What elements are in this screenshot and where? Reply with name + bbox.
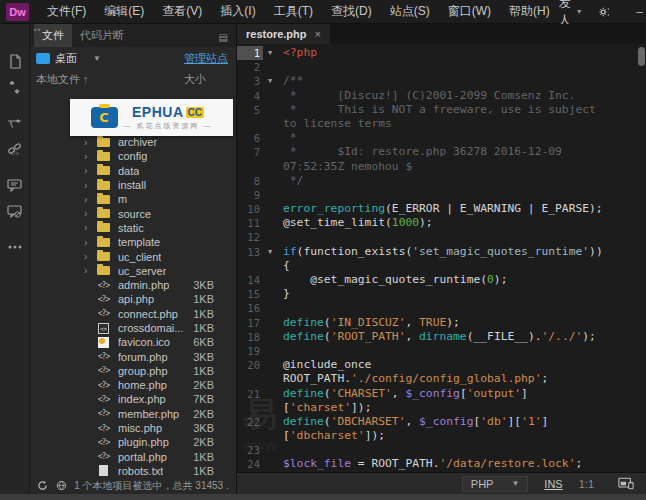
code-row[interactable]: 24$lock_file = ROOT_PATH.'/data/restore.… xyxy=(237,457,646,471)
insert-mode-toggle[interactable]: INS xyxy=(544,478,562,490)
code-row[interactable]: 20@include_once xyxy=(237,358,646,372)
panel-grip-icon[interactable]: ▪▪ xyxy=(34,25,42,34)
expand-chevron-icon[interactable]: › xyxy=(84,222,96,233)
expand-chevron-icon[interactable]: › xyxy=(84,237,96,248)
folder-row[interactable]: ›static xyxy=(30,221,236,235)
code-row[interactable]: 2 xyxy=(237,60,646,74)
expand-chevron-icon[interactable]: › xyxy=(84,165,96,176)
file-row[interactable]: <?>member.php2KB xyxy=(30,407,236,421)
new-file-icon[interactable] xyxy=(6,52,24,70)
file-transfer-icon[interactable] xyxy=(6,78,24,96)
file-row[interactable]: <?>admin.php3KB xyxy=(30,278,236,292)
expand-chevron-icon[interactable]: › xyxy=(84,137,96,148)
code-view[interactable]: 1▼<?php23▼/**4 * [Discuz!] (C)2001-2099 … xyxy=(237,44,646,472)
menu-item[interactable]: 查找(D) xyxy=(322,3,381,20)
code-row[interactable]: 11@set_time_limit(1000); xyxy=(237,216,646,230)
file-row[interactable]: <?>group.php1KB xyxy=(30,364,236,378)
code-row[interactable]: { xyxy=(237,259,646,273)
expand-chevron-icon[interactable]: › xyxy=(84,208,96,219)
code-row[interactable]: 3▼/** xyxy=(237,74,646,88)
menu-item[interactable]: 工具(T) xyxy=(265,3,322,20)
menu-item[interactable]: 站点(S) xyxy=(381,3,439,20)
code-row[interactable]: 23 xyxy=(237,443,646,457)
folder-row[interactable]: ›m xyxy=(30,192,236,206)
file-row[interactable]: <?>index.php7KB xyxy=(30,392,236,406)
file-row[interactable]: <?>misc.php3KB xyxy=(30,421,236,435)
menu-item[interactable]: 编辑(E) xyxy=(95,3,153,20)
code-row[interactable]: 22define('DBCHARSET', $_config['db']['1'… xyxy=(237,415,646,429)
code-row[interactable]: 6 * xyxy=(237,131,646,145)
manage-sites-link[interactable]: 管理站点 xyxy=(184,51,228,66)
menu-item[interactable]: 文件(F) xyxy=(38,3,95,20)
code-row[interactable]: ['charset']); xyxy=(237,401,646,415)
chevron-down-icon[interactable]: ▼ xyxy=(93,54,101,63)
folder-row[interactable]: ›config xyxy=(30,149,236,163)
panel-menu-icon[interactable]: ▤ xyxy=(219,32,228,47)
language-dropdown[interactable]: PHP ▼ xyxy=(462,476,529,492)
close-tab-icon[interactable]: × xyxy=(315,28,321,40)
expand-chevron-icon[interactable]: › xyxy=(84,151,96,162)
file-row[interactable]: <?>api.php1KB xyxy=(30,292,236,306)
file-row[interactable]: <?>connect.php1KB xyxy=(30,307,236,321)
code-row[interactable]: 13▼if(function_exists('set_magic_quotes_… xyxy=(237,245,646,259)
fold-arrow-icon[interactable]: ▼ xyxy=(263,74,277,88)
folder-row[interactable]: ›uc_server xyxy=(30,264,236,278)
file-row[interactable]: robots.txt1KB xyxy=(30,464,236,477)
file-row[interactable]: <?>forum.php3KB xyxy=(30,349,236,363)
code-row[interactable]: 19 xyxy=(237,344,646,358)
file-row[interactable]: favicon.ico6KB xyxy=(30,335,236,349)
file-row[interactable]: <?>plugin.php2KB xyxy=(30,435,236,449)
code-row[interactable]: 21define('CHARSET', $_config['output'] xyxy=(237,387,646,401)
code-row[interactable]: 18define('ROOT_PATH', dirname(__FILE__).… xyxy=(237,330,646,344)
code-row[interactable]: 1▼<?php xyxy=(237,46,646,60)
code-row[interactable]: 5 * This is NOT a freeware, use is subje… xyxy=(237,103,646,117)
expand-chevron-icon[interactable]: › xyxy=(84,265,96,276)
file-row[interactable]: <?>portal.php1KB xyxy=(30,450,236,464)
fold-arrow-icon[interactable]: ▼ xyxy=(263,245,277,259)
menu-item[interactable]: 窗口(W) xyxy=(439,3,500,20)
code-row[interactable]: to license terms xyxy=(237,117,646,131)
code-row[interactable]: 9 xyxy=(237,188,646,202)
code-row[interactable]: ROOT_PATH.'./config/config_global.php'; xyxy=(237,372,646,386)
document-tab[interactable]: restore.php × xyxy=(237,24,330,44)
expand-chevron-icon[interactable]: › xyxy=(84,194,96,205)
folder-row[interactable]: ›archiver xyxy=(30,135,236,149)
sync-settings-button[interactable] xyxy=(597,5,627,19)
menu-item[interactable]: 插入(I) xyxy=(211,3,264,20)
remote-server-icon[interactable] xyxy=(56,480,68,492)
folder-row[interactable]: ›install xyxy=(30,178,236,192)
code-row[interactable]: 07:52:35Z nemohou $ xyxy=(237,160,646,174)
expand-chevron-icon[interactable]: › xyxy=(84,180,96,191)
vertical-scrollbar[interactable] xyxy=(638,47,645,66)
site-name[interactable]: 桌面 xyxy=(55,51,77,66)
folder-row[interactable]: ›data xyxy=(30,164,236,178)
file-row[interactable]: <>crossdomai...1KB xyxy=(30,321,236,335)
code-row[interactable]: 14 @set_magic_quotes_runtime(0); xyxy=(237,273,646,287)
code-row[interactable]: 15} xyxy=(237,287,646,301)
fold-arrow-icon[interactable]: ▼ xyxy=(263,46,277,60)
code-row[interactable]: 17define('IN_DISCUZ', TRUE); xyxy=(237,316,646,330)
code-row[interactable]: 4 * [Discuz!] (C)2001-2099 Comsenz Inc. xyxy=(237,89,646,103)
minimize-button[interactable]: – xyxy=(627,3,646,21)
code-row[interactable]: ['dbcharset']); xyxy=(237,429,646,443)
menu-item[interactable]: 帮助(H) xyxy=(500,3,559,20)
code-row[interactable]: 7 * $Id: restore.php 36278 2016-12-09 xyxy=(237,145,646,159)
comment-icon[interactable] xyxy=(6,176,24,194)
column-size[interactable]: 大小 xyxy=(184,72,230,87)
link-code-icon[interactable]: </> xyxy=(6,140,24,158)
file-row[interactable]: <?>home.php2KB xyxy=(30,378,236,392)
dom-node-icon[interactable] xyxy=(6,114,24,132)
comment-disabled-icon[interactable] xyxy=(6,202,24,220)
code-row[interactable]: 12 xyxy=(237,230,646,244)
menu-item[interactable]: 查看(V) xyxy=(153,3,211,20)
refresh-icon[interactable] xyxy=(37,480,49,492)
code-row[interactable]: 16 xyxy=(237,301,646,315)
more-dots-icon[interactable] xyxy=(6,238,24,256)
expand-chevron-icon[interactable]: › xyxy=(84,251,96,262)
column-local-files[interactable]: 本地文件 ↑ xyxy=(36,72,184,87)
tab-snippets[interactable]: 代码片断 xyxy=(72,24,132,47)
code-row[interactable]: 10error_reporting(E_ERROR | E_WARNING | … xyxy=(237,202,646,216)
folder-row[interactable]: ›uc_client xyxy=(30,249,236,263)
folder-row[interactable]: ›template xyxy=(30,235,236,249)
realtime-preview-button[interactable] xyxy=(618,477,634,490)
